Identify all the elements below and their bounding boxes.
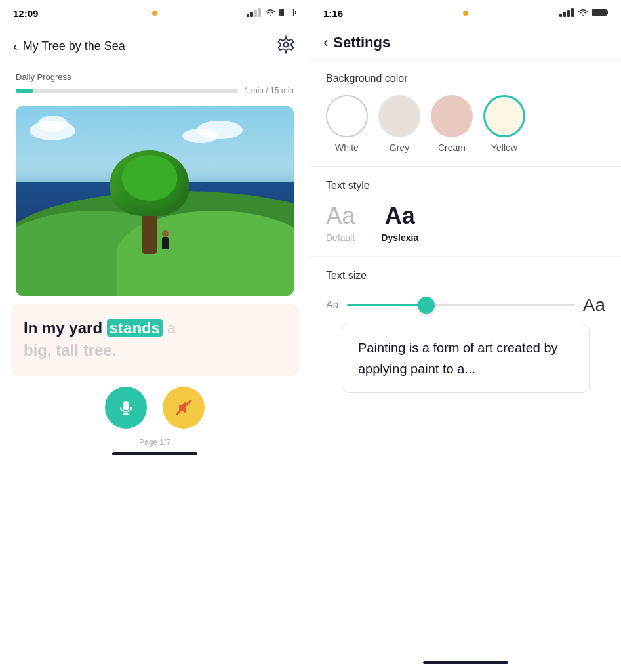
status-bar-right: 1:16	[310, 0, 621, 29]
color-circle-white	[326, 95, 368, 137]
text-style-dyslexia[interactable]: Aa Dyslexia	[381, 202, 418, 243]
slider-thumb[interactable]	[418, 297, 435, 314]
aa-dyslexia: Aa	[385, 202, 415, 230]
reading-line-2: big, tall tree.	[24, 339, 286, 362]
slider-fill	[347, 304, 427, 306]
person-body	[162, 237, 169, 249]
book-title: My Tree by the Sea	[23, 39, 125, 53]
tree-foliage-inner	[121, 155, 177, 201]
reading-text-post: a	[163, 319, 176, 337]
text-style-default[interactable]: Aa Default	[326, 202, 355, 243]
color-label-white: White	[335, 142, 359, 153]
color-circle-grey	[378, 95, 420, 137]
status-bar-left: 12:09	[0, 0, 310, 29]
background-color-section: Background color White Grey Cream Yellow	[310, 60, 621, 167]
home-indicator-left	[112, 452, 197, 455]
progress-bar-fill	[16, 89, 33, 93]
text-style-section: Text style Aa Default Aa Dyslexia	[310, 167, 621, 257]
reading-line-1: In my yard stands a	[24, 317, 286, 339]
background-color-label: Background color	[326, 73, 605, 85]
left-panel: 12:09	[0, 0, 310, 672]
gear-icon	[275, 34, 296, 55]
progress-time: 1 min / 15 min	[245, 86, 294, 95]
page-indicator: Page 1/7	[0, 435, 310, 452]
reading-text-pre: In my yard	[24, 319, 107, 337]
back-button-settings[interactable]: ‹	[323, 34, 328, 51]
wifi-icon-left	[265, 9, 275, 16]
mic-button[interactable]	[105, 387, 147, 429]
scene	[16, 106, 294, 296]
highlighted-word: stands	[107, 319, 163, 337]
signal-icon-left	[247, 8, 261, 17]
color-option-cream[interactable]: Cream	[431, 95, 473, 153]
home-indicator-right	[423, 661, 508, 664]
text-style-options: Aa Default Aa Dyslexia	[326, 202, 605, 243]
preview-box: Painting is a form of art created by app…	[342, 324, 590, 393]
color-options: White Grey Cream Yellow	[326, 95, 605, 153]
text-size-section: Text size Aa Aa Painting is a form of ar…	[310, 257, 621, 406]
settings-gear-button[interactable]	[275, 34, 296, 58]
back-chevron-left: ‹	[13, 39, 18, 54]
book-illustration	[16, 106, 294, 296]
default-label: Default	[326, 232, 355, 243]
battery-icon-left	[279, 9, 296, 16]
progress-section: Daily Progress 1 min / 15 min	[0, 66, 310, 106]
speaker-icon	[174, 398, 193, 417]
settings-title: Settings	[333, 34, 390, 51]
person-head	[162, 230, 169, 237]
text-size-slider[interactable]	[347, 299, 575, 312]
speaker-button[interactable]	[163, 387, 205, 429]
cloud-2	[38, 116, 68, 132]
color-label-grey: Grey	[390, 142, 409, 153]
bottom-controls	[0, 387, 310, 435]
text-size-label: Text size	[326, 270, 605, 282]
color-circle-cream	[431, 95, 473, 137]
color-circle-yellow	[483, 95, 525, 137]
mic-icon	[117, 398, 135, 417]
color-option-yellow[interactable]: Yellow	[483, 95, 525, 153]
dyslexia-label: Dyslexia	[381, 232, 418, 243]
person	[160, 230, 170, 250]
color-option-grey[interactable]: Grey	[378, 95, 420, 153]
color-label-cream: Cream	[438, 142, 466, 153]
progress-label: Daily Progress	[16, 72, 294, 82]
color-option-white[interactable]: White	[326, 95, 368, 153]
text-size-slider-row: Aa Aa	[326, 295, 605, 316]
text-style-label: Text style	[326, 180, 605, 192]
progress-bar-background	[16, 89, 238, 93]
slider-aa-small: Aa	[326, 299, 339, 311]
nav-bar-left: ‹ My Tree by the Sea	[0, 29, 310, 66]
time-right: 1:16	[323, 8, 343, 19]
preview-text: Painting is a form of art created by app…	[358, 337, 573, 379]
time-left: 12:09	[13, 8, 38, 19]
settings-nav: ‹ Settings	[310, 29, 621, 60]
reading-text-box: In my yard stands a big, tall tree.	[10, 304, 299, 376]
signal-icon-right	[559, 8, 574, 17]
svg-point-0	[284, 43, 289, 47]
right-panel: 1:16	[310, 0, 621, 672]
aa-default: Aa	[326, 202, 355, 230]
back-button-left[interactable]: ‹ My Tree by the Sea	[13, 39, 125, 54]
slider-track	[347, 304, 575, 306]
svg-rect-1	[123, 401, 129, 410]
slider-aa-large: Aa	[583, 295, 605, 316]
color-label-yellow: Yellow	[491, 142, 517, 153]
wifi-icon-right	[578, 9, 588, 16]
battery-icon-right	[592, 9, 608, 16]
cloud-4	[197, 121, 243, 139]
